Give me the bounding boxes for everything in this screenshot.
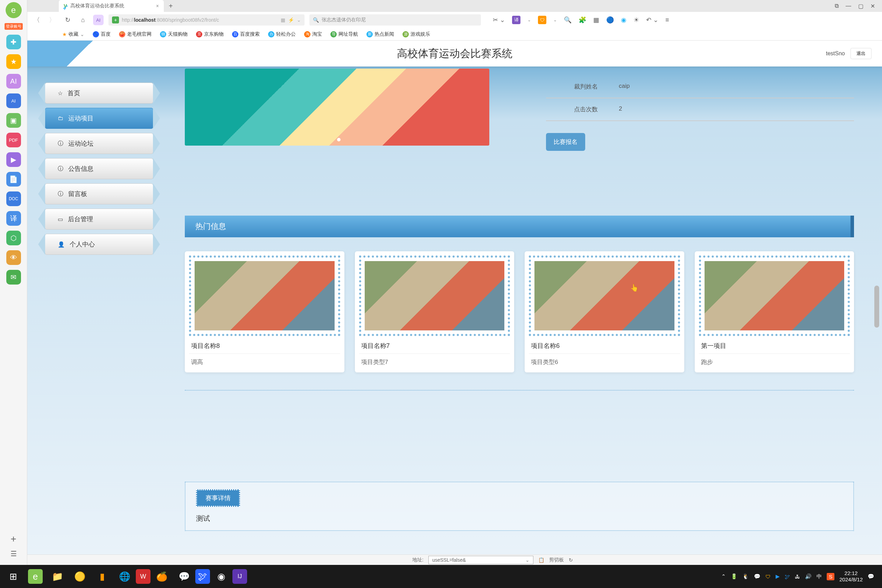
url-bar[interactable]: + http://localhost:8080/springboot08fv2/… bbox=[108, 14, 304, 26]
os-app-4[interactable]: AI bbox=[6, 93, 21, 108]
tray-app-icon[interactable]: 🕊 bbox=[785, 574, 790, 580]
reload-button[interactable]: ↻ bbox=[62, 15, 73, 25]
banner-carousel[interactable] bbox=[185, 69, 489, 146]
forward-button[interactable]: 〉 bbox=[47, 15, 57, 25]
card-item[interactable]: 第一项目 跑步 bbox=[695, 251, 854, 372]
bookmark-item[interactable]: 京京东购物 bbox=[196, 31, 224, 38]
nav-sports[interactable]: 🗀运动项目 bbox=[45, 108, 153, 129]
tray-app-icon[interactable]: 🛡 bbox=[765, 574, 771, 580]
translate-icon[interactable]: 译 bbox=[512, 16, 520, 24]
tray-app-icon[interactable]: 🔋 bbox=[731, 573, 738, 580]
os-app-2[interactable]: ★ bbox=[6, 54, 21, 69]
menu-icon[interactable]: ≡ bbox=[665, 16, 669, 24]
bookmark-item[interactable]: 游游戏娱乐 bbox=[402, 31, 430, 38]
card-item[interactable]: 项目名称7 项目类型7 bbox=[355, 251, 514, 372]
apps-icon[interactable]: ▦ bbox=[593, 16, 599, 24]
os-app-10[interactable]: 译 bbox=[6, 211, 21, 226]
minimize-icon[interactable]: — bbox=[846, 3, 851, 9]
task-edge[interactable]: 🌐 bbox=[113, 567, 136, 586]
os-app-9[interactable]: DOC bbox=[6, 192, 21, 206]
new-tab-button[interactable]: + bbox=[164, 2, 178, 10]
clock[interactable]: 22:12 2024/8/12 bbox=[839, 570, 863, 583]
bookmark-item[interactable]: 猫天猫购物 bbox=[160, 31, 188, 38]
clipboard-icon[interactable]: 📋 bbox=[538, 557, 544, 563]
os-app-1[interactable]: ✚ bbox=[6, 34, 21, 50]
os-app-11[interactable]: ⬡ bbox=[6, 231, 21, 245]
task-app2[interactable]: 🕊 bbox=[195, 569, 210, 584]
bookmark-item[interactable]: 办轻松办公 bbox=[268, 31, 296, 38]
os-app-5[interactable]: ▣ bbox=[6, 113, 21, 128]
maximize-icon[interactable]: ▢ bbox=[858, 3, 864, 9]
search-bar[interactable]: 🔍 张志杰遗体仍在印尼 bbox=[309, 14, 481, 26]
bookmark-item[interactable]: 导网址导航 bbox=[330, 31, 358, 38]
bolt-icon[interactable]: ⚡ bbox=[288, 17, 294, 23]
favorites-button[interactable]: ★收藏 ⌄ bbox=[62, 31, 84, 38]
nav-announce[interactable]: ⓘ公告信息 bbox=[45, 158, 153, 179]
card-item[interactable]: 项目名称6 项目类型6 bbox=[525, 251, 684, 372]
tray-network-icon[interactable]: 🖧 bbox=[795, 574, 800, 580]
tray-app-icon[interactable]: 🐧 bbox=[742, 573, 749, 580]
task-app3[interactable]: ◉ bbox=[210, 567, 232, 586]
nav-admin[interactable]: ▭后台管理 bbox=[45, 208, 153, 230]
os-menu-icon[interactable]: ☰ bbox=[10, 549, 17, 558]
bookmark-item[interactable]: 新热点新闻 bbox=[366, 31, 394, 38]
window-action-icon[interactable]: ⧉ bbox=[835, 3, 838, 9]
os-app-7[interactable]: ▶ bbox=[6, 152, 21, 167]
browser-tab[interactable]: V 高校体育运动会比赛系统 × bbox=[59, 0, 164, 12]
recover-icon[interactable]: ↻ bbox=[569, 557, 573, 563]
browser-logo-icon[interactable]: e bbox=[6, 2, 22, 18]
logout-button[interactable]: 退出 bbox=[850, 48, 872, 59]
os-app-13[interactable]: ✉ bbox=[6, 270, 21, 285]
tray-app-icon[interactable]: 💬 bbox=[754, 573, 760, 580]
color-circle-icon[interactable]: 🔵 bbox=[606, 16, 614, 24]
card-item[interactable]: 项目名称8 调高 bbox=[185, 251, 344, 372]
os-add-icon[interactable]: + bbox=[10, 533, 16, 544]
bookmark-item[interactable]: 🐾百度 bbox=[93, 31, 111, 38]
signup-button[interactable]: 比赛报名 bbox=[546, 133, 585, 151]
task-wechat[interactable]: 💬 bbox=[173, 567, 195, 586]
task-sublime[interactable]: ▮ bbox=[91, 567, 113, 586]
sun-icon[interactable]: ☀ bbox=[633, 16, 639, 24]
tray-ime[interactable]: 中 bbox=[816, 573, 822, 580]
qr-icon[interactable]: ▦ bbox=[281, 17, 285, 23]
home-button[interactable]: ⌂ bbox=[78, 15, 88, 25]
scrollbar-thumb[interactable] bbox=[874, 286, 879, 328]
scissors-icon[interactable]: ✂ ⌄ bbox=[493, 16, 505, 24]
tray-app-icon[interactable]: ▶ bbox=[776, 573, 780, 580]
ai-button[interactable]: AI bbox=[93, 15, 104, 25]
task-idea[interactable]: IJ bbox=[232, 569, 247, 584]
nav-home[interactable]: ☆首页 bbox=[45, 82, 153, 104]
task-wps[interactable]: W bbox=[136, 569, 150, 584]
bookmark-item[interactable]: 🍑老毛桃官网 bbox=[119, 31, 152, 38]
status-address-input[interactable]: useSSL=false&⌄ bbox=[428, 556, 533, 564]
zoom-icon[interactable]: 🔍 bbox=[564, 16, 572, 24]
os-app-3[interactable]: AI bbox=[6, 74, 21, 88]
task-explorer[interactable]: 📁 bbox=[46, 567, 69, 586]
nav-forum[interactable]: ⓘ运动论坛 bbox=[45, 133, 153, 154]
os-app-8[interactable]: 📄 bbox=[6, 172, 21, 186]
nav-profile[interactable]: 👤个人中心 bbox=[45, 234, 153, 255]
os-app-6[interactable]: PDF bbox=[6, 133, 21, 147]
nav-messages[interactable]: ⓘ留言板 bbox=[45, 183, 153, 204]
tray-volume-icon[interactable]: 🔊 bbox=[805, 573, 812, 580]
tray-ime-icon[interactable]: S bbox=[827, 573, 834, 580]
carousel-dot[interactable] bbox=[337, 138, 340, 141]
username[interactable]: testSno bbox=[826, 50, 845, 57]
notifications-icon[interactable]: 💬 bbox=[868, 573, 874, 580]
close-icon[interactable]: ✕ bbox=[870, 3, 875, 9]
task-browser[interactable]: e bbox=[28, 569, 43, 584]
login-badge[interactable]: 登录账号 bbox=[4, 23, 23, 30]
task-chrome[interactable]: 🟡 bbox=[69, 567, 91, 586]
start-button[interactable]: ⊞ bbox=[2, 567, 24, 586]
undo-icon[interactable]: ↶ ⌄ bbox=[646, 16, 658, 24]
url-plus-icon[interactable]: + bbox=[112, 16, 119, 24]
tab-close-icon[interactable]: × bbox=[156, 3, 159, 9]
extension-icon[interactable]: 🧩 bbox=[579, 16, 586, 24]
compass-icon[interactable]: ➶ bbox=[62, 3, 69, 12]
os-app-12[interactable]: 👁 bbox=[6, 250, 21, 265]
task-app[interactable]: 🍊 bbox=[150, 567, 173, 586]
back-button[interactable]: 〈 bbox=[32, 15, 42, 25]
bookmark-item[interactable]: 百百度搜索 bbox=[232, 31, 260, 38]
globe-icon[interactable]: ◉ bbox=[621, 16, 627, 24]
chevron-down-icon[interactable]: ⌄ bbox=[297, 17, 301, 23]
